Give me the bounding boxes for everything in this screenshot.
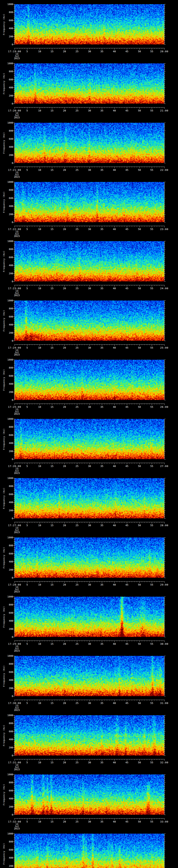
tick-mark bbox=[165, 786, 165, 787]
tick-mark bbox=[157, 48, 157, 49]
y-tick-label: 800 bbox=[5, 248, 13, 250]
x-tick-label: 30 bbox=[84, 702, 95, 704]
tick-mark bbox=[14, 818, 15, 820]
y-axis-title: Frequency (Hz) bbox=[2, 478, 5, 518]
y-tick-label: 600 bbox=[5, 789, 13, 792]
y-tick-label: 400 bbox=[5, 383, 13, 385]
x-tick-label: 15 bbox=[47, 110, 57, 112]
tick-mark bbox=[14, 700, 15, 701]
tick-mark bbox=[165, 222, 166, 222]
x-tick-label: 35 bbox=[97, 465, 107, 467]
x-tick-label: 15 bbox=[47, 169, 57, 171]
tick-mark bbox=[13, 604, 14, 605]
tick-mark bbox=[52, 581, 52, 583]
spectrogram-canvas bbox=[14, 360, 164, 400]
tick-mark bbox=[62, 404, 62, 404]
tick-mark bbox=[62, 285, 62, 286]
x-tick-label: 25 bbox=[72, 643, 82, 645]
tick-mark bbox=[157, 700, 157, 701]
tick-mark bbox=[102, 759, 102, 761]
tick-mark bbox=[59, 700, 60, 701]
x-tick-label: 55 bbox=[147, 50, 157, 53]
y-axis-title: Frequency (Hz) bbox=[2, 301, 5, 341]
tick-mark bbox=[69, 641, 70, 641]
x-tick-label: 35 bbox=[97, 169, 107, 171]
tick-mark bbox=[117, 522, 117, 523]
x-tick-label: 25 bbox=[72, 465, 82, 467]
tick-mark bbox=[14, 576, 14, 576]
tick-mark bbox=[107, 404, 107, 404]
spectrogram-panel-17-27-00: Frequency (Hz) 10008006004002000 5101520… bbox=[0, 474, 178, 533]
tick-mark bbox=[165, 480, 165, 480]
tick-mark bbox=[122, 344, 122, 345]
x-start-time-label: 17:21:00 bbox=[3, 169, 26, 171]
tick-mark bbox=[165, 544, 165, 544]
tick-mark bbox=[165, 518, 166, 519]
tick-mark bbox=[59, 48, 60, 49]
tick-mark bbox=[14, 261, 14, 261]
tick-mark bbox=[165, 155, 166, 155]
x-tick-label: 15 bbox=[47, 524, 57, 527]
x-tick-label: 50 bbox=[134, 702, 145, 704]
tick-mark bbox=[27, 522, 27, 524]
tick-mark bbox=[14, 425, 14, 425]
tick-mark bbox=[152, 581, 152, 583]
y-tick-label: 600 bbox=[5, 493, 13, 495]
tick-mark bbox=[14, 251, 14, 251]
tick-mark bbox=[119, 700, 120, 701]
tick-mark bbox=[165, 324, 166, 325]
tick-mark bbox=[165, 747, 166, 748]
tick-mark bbox=[114, 285, 115, 287]
tick-mark bbox=[77, 641, 77, 642]
y-tick-label: 200 bbox=[5, 509, 13, 512]
tick-mark bbox=[14, 670, 14, 670]
tick-mark bbox=[14, 382, 14, 382]
tick-mark bbox=[165, 425, 165, 425]
tick-mark bbox=[165, 267, 165, 268]
x-tick-label: 50 bbox=[134, 820, 145, 823]
tick-mark bbox=[107, 344, 107, 345]
tick-mark bbox=[165, 674, 165, 674]
y-tick-label: 200 bbox=[5, 272, 13, 275]
tick-mark bbox=[165, 249, 166, 249]
tick-mark bbox=[165, 631, 165, 631]
x-tick-label: 35 bbox=[97, 346, 107, 349]
tick-mark bbox=[117, 285, 117, 286]
spectrogram-canvas bbox=[14, 63, 164, 104]
x-tick-label: 35 bbox=[97, 761, 107, 764]
x-tick-label: 20 bbox=[59, 524, 70, 527]
tick-mark bbox=[114, 48, 115, 50]
tick-mark bbox=[165, 376, 166, 376]
tick-mark bbox=[109, 167, 110, 167]
tick-mark bbox=[27, 48, 27, 50]
tick-mark bbox=[164, 759, 165, 761]
x-tick-label: 10 bbox=[34, 643, 45, 645]
tick-mark bbox=[13, 4, 14, 4]
tick-mark bbox=[77, 344, 77, 346]
x-end-time-label: 29:00 bbox=[157, 584, 172, 586]
tick-mark bbox=[159, 167, 159, 167]
x-start-time-label: 17:19:00 bbox=[3, 50, 26, 53]
tick-mark bbox=[52, 404, 52, 405]
tick-mark bbox=[13, 755, 14, 756]
tick-mark bbox=[112, 463, 112, 464]
tick-mark bbox=[14, 745, 14, 746]
tick-mark bbox=[14, 10, 14, 10]
tick-mark bbox=[165, 550, 165, 550]
y-tick-label: 600 bbox=[5, 434, 13, 436]
spectrogram-canvas bbox=[14, 774, 164, 815]
tick-mark bbox=[165, 576, 165, 576]
tick-mark bbox=[119, 285, 120, 286]
tick-mark bbox=[14, 539, 14, 540]
tick-mark bbox=[152, 344, 152, 346]
tick-mark bbox=[14, 480, 14, 480]
y-tick-label: 800 bbox=[5, 781, 13, 784]
tick-mark bbox=[59, 759, 60, 760]
tick-mark bbox=[112, 48, 112, 49]
tick-mark bbox=[13, 400, 14, 400]
tick-mark bbox=[14, 550, 14, 550]
y-tick-label: 400 bbox=[5, 620, 13, 622]
y-tick-label: 400 bbox=[5, 442, 13, 444]
tick-mark bbox=[114, 344, 115, 346]
x-tick-label: 35 bbox=[97, 643, 107, 645]
